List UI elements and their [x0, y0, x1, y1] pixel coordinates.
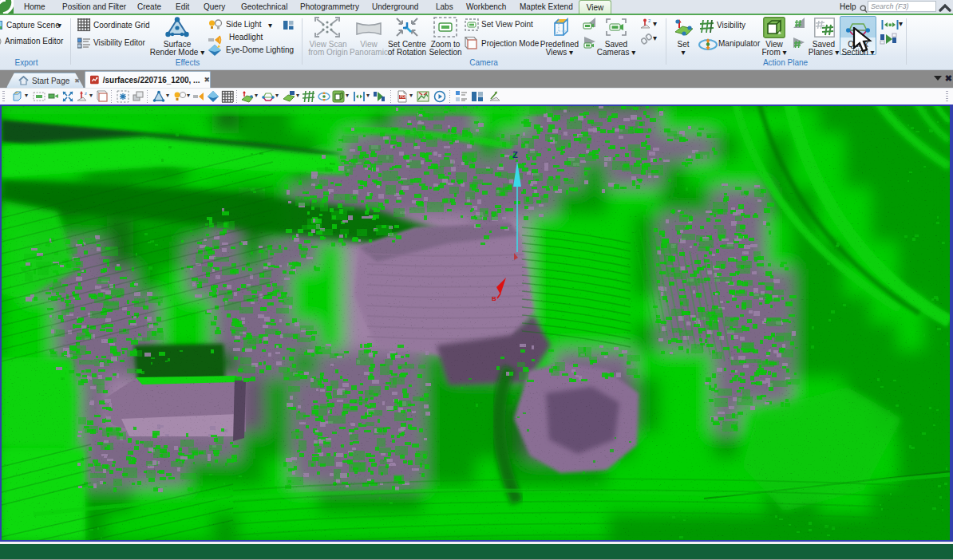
- svg-text:B: B: [492, 295, 496, 302]
- svg-text:2: 2: [648, 18, 651, 23]
- svg-text:PDF: PDF: [400, 95, 407, 99]
- svg-text:z: z: [85, 91, 87, 96]
- svg-text:Z: Z: [512, 150, 518, 160]
